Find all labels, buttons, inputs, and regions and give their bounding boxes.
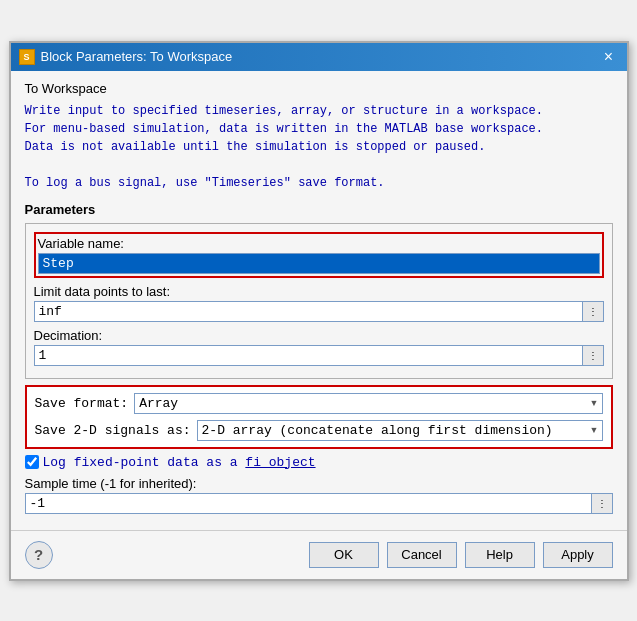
limit-label: Limit data points to last: (34, 284, 604, 299)
ok-button[interactable]: OK (309, 542, 379, 568)
block-title: To Workspace (25, 81, 613, 96)
save-format-select-wrapper: Array Structure Structure With Time Time… (134, 393, 602, 414)
sample-time-group: Sample time (-1 for inherited): ⋮ (25, 476, 613, 514)
cancel-button[interactable]: Cancel (387, 542, 457, 568)
close-button[interactable]: × (599, 47, 619, 67)
save-format-label: Save format: (35, 396, 129, 411)
save-2d-row: Save 2-D signals as: 2-D array (concaten… (35, 420, 603, 441)
apply-button[interactable]: Apply (543, 542, 613, 568)
checkbox-row: Log fixed-point data as a fi object (25, 455, 613, 470)
save-2d-select-wrapper: 2-D array (concatenate along first dimen… (197, 420, 603, 441)
variable-name-group: Variable name: (34, 232, 604, 278)
log-fixedpoint-checkbox[interactable] (25, 455, 39, 469)
dialog-window: S Block Parameters: To Workspace × To Wo… (9, 41, 629, 581)
sample-time-label: Sample time (-1 for inherited): (25, 476, 613, 491)
help-button[interactable]: Help (465, 542, 535, 568)
params-box: Variable name: Limit data points to last… (25, 223, 613, 379)
save-2d-label: Save 2-D signals as: (35, 423, 191, 438)
limit-input-row: ⋮ (34, 301, 604, 322)
sample-time-input[interactable] (25, 493, 591, 514)
limit-group: Limit data points to last: ⋮ (34, 284, 604, 322)
sample-time-input-row: ⋮ (25, 493, 613, 514)
bottom-buttons: ? OK Cancel Help Apply (11, 530, 627, 579)
title-bar-left: S Block Parameters: To Workspace (19, 49, 233, 65)
title-bar: S Block Parameters: To Workspace × (11, 43, 627, 71)
decimation-group: Decimation: ⋮ (34, 328, 604, 366)
title-text: Block Parameters: To Workspace (41, 49, 233, 64)
decimation-input[interactable] (34, 345, 582, 366)
params-section-header: Parameters (25, 202, 613, 217)
desc-line1: Write input to specified timeseries, arr… (25, 102, 613, 120)
save-format-row: Save format: Array Structure Structure W… (35, 393, 603, 414)
limit-input[interactable] (34, 301, 582, 322)
help-circle-button[interactable]: ? (25, 541, 53, 569)
desc-line5: To log a bus signal, use "Timeseries" sa… (25, 174, 613, 192)
description-text: Write input to specified timeseries, arr… (25, 102, 613, 192)
dialog-icon: S (19, 49, 35, 65)
variable-name-label: Variable name: (38, 236, 600, 251)
fi-object-link[interactable]: fi object (245, 455, 315, 470)
checkbox-as-text: as (206, 455, 222, 470)
variable-name-input[interactable] (38, 253, 600, 274)
save-format-select[interactable]: Array Structure Structure With Time Time… (134, 393, 602, 414)
sample-time-menu-button[interactable]: ⋮ (591, 493, 613, 514)
desc-line4 (25, 156, 613, 174)
desc-line3: Data is not available until the simulati… (25, 138, 613, 156)
decimation-input-row: ⋮ (34, 345, 604, 366)
dialog-content: To Workspace Write input to specified ti… (11, 71, 627, 530)
save-format-section: Save format: Array Structure Structure W… (25, 385, 613, 449)
decimation-menu-button[interactable]: ⋮ (582, 345, 604, 366)
decimation-label: Decimation: (34, 328, 604, 343)
checkbox-label: Log fixed-point data as a fi object (43, 455, 316, 470)
variable-name-outer-border: Variable name: (34, 232, 604, 278)
limit-menu-button[interactable]: ⋮ (582, 301, 604, 322)
save-2d-select[interactable]: 2-D array (concatenate along first dimen… (197, 420, 603, 441)
icon-label: S (23, 52, 29, 62)
desc-line2: For menu-based simulation, data is writt… (25, 120, 613, 138)
